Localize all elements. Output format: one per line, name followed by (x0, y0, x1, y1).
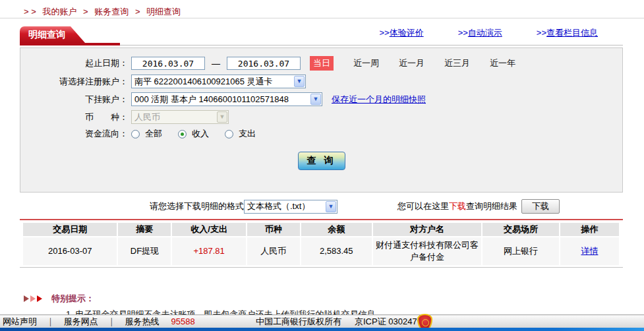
chevron-down-icon: ▼ (294, 76, 305, 87)
link-label: 查看栏目信息 (546, 28, 598, 38)
link-experience-eval[interactable]: >>体验评价 (379, 27, 423, 39)
header-currency: 币种 (247, 223, 300, 236)
currency-select: 人民币 ▼ (131, 110, 229, 124)
footer-link-branches[interactable]: 服务网点 (64, 316, 98, 328)
download-hint: 您可以在这里 下载 查询明细结果 下载 (397, 199, 560, 214)
query-button[interactable]: 查 询 (298, 152, 345, 170)
date-to-input[interactable] (227, 57, 301, 70)
footer-left: 网站声明 ｜ 服务网点 ｜ 服务热线 95588 (3, 316, 195, 328)
link-column-info[interactable]: >>查看栏目信息 (537, 27, 598, 39)
header-date: 交易日期 (23, 223, 117, 236)
chevron-down-icon: ▼ (310, 94, 321, 105)
date-from-input[interactable] (131, 57, 205, 70)
select-value: 人民币 (134, 111, 160, 123)
date-range-label: 起止日期： (20, 57, 131, 69)
link-prefix: >> (458, 28, 468, 38)
footer-link-statement[interactable]: 网站声明 (3, 316, 37, 328)
cell-counterparty: 财付通支付科技有限公司客户备付金 (373, 237, 482, 265)
register-account-label: 请选择注册账户： (20, 76, 131, 88)
table-top-divider (20, 219, 623, 220)
main-content: 明细查询 >>体验评价 >>自动演示 >>查看栏目信息 起止日期： — 当日 近… (20, 18, 623, 320)
cell-date: 2016-03-07 (23, 237, 117, 265)
select-value: 000 活期 基本户 1406600101102571848 (134, 94, 289, 105)
snapshot-link[interactable]: 保存近一个月的明细快照 (332, 94, 426, 105)
cell-balance: 2,583.45 (301, 237, 372, 265)
select-value: 南平 6222001406100921065 灵通卡 (134, 76, 273, 88)
today-button[interactable]: 当日 (310, 56, 334, 71)
footer-separator: ｜ (107, 316, 116, 328)
detail-link[interactable]: 详情 (581, 246, 598, 256)
notice-head: 特别提示： (20, 293, 623, 305)
link-prefix: >> (537, 28, 546, 38)
download-format-select[interactable]: 文本格式（.txt） ▼ (244, 200, 337, 214)
flow-radio-all[interactable]: 全部 (131, 128, 162, 140)
cell-currency: 人民币 (247, 237, 300, 265)
range-month-link[interactable]: 近一月 (399, 57, 424, 69)
top-links: >>体验评价 >>自动演示 >>查看栏目信息 (379, 27, 598, 39)
transactions-table: 交易日期 摘要 收入/支出 币种 余额 对方户名 交易场所 操作 2016-03… (22, 222, 620, 266)
header-balance: 余额 (301, 223, 372, 236)
header-action: 操作 (560, 223, 619, 236)
radio-label: 全部 (145, 128, 162, 140)
range-quarter-link[interactable]: 近三月 (444, 57, 470, 69)
download-hint-post: 查询明细结果 (466, 200, 517, 212)
header-amount: 收入/支出 (172, 223, 245, 236)
breadcrumb-prefix: > > (24, 7, 36, 16)
currency-row: 币 种： 人民币 ▼ (20, 110, 622, 124)
header-counterparty: 对方户名 (373, 223, 482, 236)
triple-arrow-icon (24, 295, 42, 302)
link-auto-demo[interactable]: >>自动演示 (458, 27, 502, 39)
query-form-panel: 起止日期： — 当日 近一周 近一月 近三月 近一年 请选择注册账户： 南平 6… (20, 47, 623, 193)
chevron-down-icon: ▼ (326, 201, 336, 212)
notice-title: 特别提示： (51, 293, 94, 305)
link-label: 体验评价 (390, 28, 424, 38)
cell-channel: 网上银行 (483, 237, 559, 265)
flow-radio-income[interactable]: 收入 (178, 128, 209, 140)
detail-query-page: > > 我的账户 > 账务查询 > 明细查询 明细查询 >>体验评价 >>自动演… (0, 0, 644, 331)
download-format-label: 请您选择下载明细的格式 (150, 200, 244, 212)
footer-bar: 网站声明 ｜ 服务网点 ｜ 服务热线 95588 中国工商银行版权所有 京ICP… (0, 315, 644, 328)
header-summary: 摘要 (118, 223, 171, 236)
link-label: 自动演示 (468, 28, 502, 38)
table-header-row: 交易日期 摘要 收入/支出 币种 余额 对方户名 交易场所 操作 (23, 223, 619, 236)
breadcrumb-separator: > (135, 7, 140, 16)
register-account-row: 请选择注册账户： 南平 6222001406100921065 灵通卡 ▼ (20, 75, 622, 88)
sub-account-select[interactable]: 000 活期 基本户 1406600101102571848 ▼ (131, 92, 322, 106)
radio-checked-icon (178, 130, 187, 138)
copyright-text: 中国工商银行版权所有 (256, 316, 341, 328)
hotline-label: 服务热线 (125, 316, 159, 328)
chevron-down-icon: ▼ (217, 111, 227, 123)
breadcrumb-item-my-account[interactable]: 我的账户 (42, 7, 76, 16)
download-row: 请您选择下载明细的格式 文本格式（.txt） ▼ 您可以在这里 下载 查询明细结… (20, 196, 623, 216)
flow-radio-expense[interactable]: 支出 (225, 128, 256, 140)
sub-account-label: 下挂账户： (20, 94, 131, 105)
cell-summary: DF提现 (118, 237, 171, 265)
tab-red-underline (20, 43, 120, 45)
range-year-link[interactable]: 近一年 (490, 57, 515, 69)
breadcrumb-item-detail-query[interactable]: 明细查询 (146, 7, 181, 16)
date-separator: — (212, 59, 220, 69)
flow-direction-label: 资金流向： (20, 128, 131, 140)
cell-action: 详情 (560, 237, 619, 265)
table-bottom-divider (20, 267, 623, 268)
flow-direction-row: 资金流向： 全部 收入 支出 (20, 128, 622, 140)
register-account-select[interactable]: 南平 6222001406100921065 灵通卡 ▼ (131, 75, 306, 88)
footer-copyright-group: 中国工商银行版权所有 京ICP证 030247号 (256, 316, 426, 328)
radio-label: 支出 (239, 128, 256, 140)
tab-detail-query[interactable]: 明细查询 (20, 26, 85, 43)
table-row: 2016-03-07 DF提现 +187.81 人民币 2,583.45 财付通… (23, 237, 619, 265)
download-inline-link[interactable]: 下载 (449, 200, 466, 212)
range-week-link[interactable]: 近一周 (353, 57, 379, 69)
currency-label: 币 种： (20, 111, 131, 123)
icp-number: 京ICP证 030247号 (355, 316, 426, 328)
link-prefix: >> (379, 28, 389, 38)
select-value: 文本格式（.txt） (247, 200, 310, 212)
download-button[interactable]: 下载 (521, 199, 560, 214)
date-range-row: 起止日期： — 当日 近一周 近一月 近三月 近一年 (20, 56, 622, 71)
footer-separator: ｜ (46, 316, 55, 328)
breadcrumb-item-account-query[interactable]: 账务查询 (94, 7, 129, 16)
tab-row: 明细查询 >>体验评价 >>自动演示 >>查看栏目信息 (20, 18, 623, 43)
radio-label: 收入 (192, 128, 209, 140)
query-button-row: 查 询 (20, 152, 622, 170)
radio-icon (225, 130, 233, 138)
